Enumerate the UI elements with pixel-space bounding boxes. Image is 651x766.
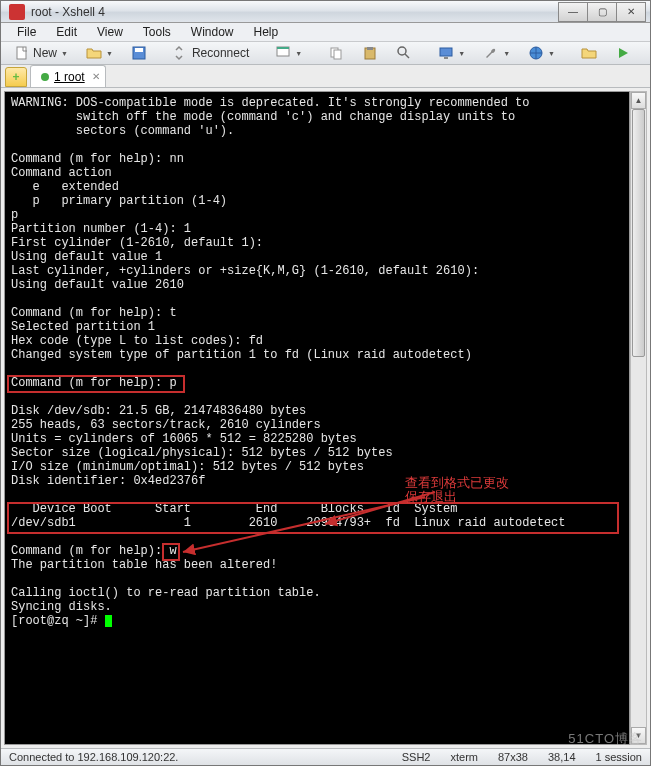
properties-icon [275, 45, 291, 61]
new-button[interactable]: New ▼ [7, 42, 75, 64]
lock-button[interactable] [642, 42, 651, 64]
wrench-icon [483, 45, 499, 61]
terminal[interactable]: WARNING: DOS-compatible mode is deprecat… [4, 91, 630, 745]
window-controls: — ▢ ✕ [559, 2, 646, 22]
tab-label: 1 root [54, 70, 85, 84]
scroll-up-button[interactable]: ▲ [631, 92, 646, 109]
open-button[interactable]: ▼ [79, 42, 120, 64]
tools-button[interactable]: ▼ [476, 42, 517, 64]
save-button[interactable] [124, 42, 154, 64]
status-dot-icon [41, 73, 49, 81]
paste-button[interactable] [355, 42, 385, 64]
dropdown-icon: ▼ [503, 50, 510, 57]
status-connection: Connected to 192.168.109.120:22. [9, 751, 178, 763]
application-window: root - Xshell 4 — ▢ ✕ File Edit View Too… [0, 0, 651, 766]
status-term: xterm [451, 751, 479, 763]
monitor-icon [438, 45, 454, 61]
scroll-thumb[interactable] [632, 109, 645, 356]
reconnect-button[interactable]: Reconnect [166, 42, 256, 64]
window-title: root - Xshell 4 [31, 5, 559, 19]
tabbar: + 1 root ✕ [1, 65, 650, 88]
dropdown-icon: ▼ [295, 50, 302, 57]
svg-rect-6 [334, 50, 341, 59]
reconnect-label: Reconnect [192, 46, 249, 60]
plus-icon: + [12, 70, 19, 84]
status-size: 87x38 [498, 751, 528, 763]
svg-rect-8 [367, 47, 373, 50]
copy-button[interactable] [321, 42, 351, 64]
dropdown-icon: ▼ [548, 50, 555, 57]
menu-help[interactable]: Help [246, 23, 287, 41]
paste-icon [362, 45, 378, 61]
play-icon [615, 45, 631, 61]
menu-edit[interactable]: Edit [48, 23, 85, 41]
svg-rect-11 [444, 57, 448, 59]
folder-open-icon [86, 45, 102, 61]
run-button[interactable] [608, 42, 638, 64]
find-button[interactable] [389, 42, 419, 64]
toolbar: New ▼ ▼ Reconnect ▼ [1, 42, 650, 65]
folder-button[interactable] [574, 42, 604, 64]
close-button[interactable]: ✕ [616, 2, 646, 22]
tab-session[interactable]: 1 root ✕ [30, 65, 106, 87]
dropdown-icon: ▼ [61, 50, 68, 57]
dropdown-icon: ▼ [458, 50, 465, 57]
svg-rect-2 [135, 48, 143, 52]
menu-tools[interactable]: Tools [135, 23, 179, 41]
maximize-button[interactable]: ▢ [587, 2, 617, 22]
new-label: New [33, 46, 57, 60]
terminal-cursor [105, 615, 112, 627]
save-icon [131, 45, 147, 61]
svg-point-9 [398, 47, 406, 55]
tab-close-icon[interactable]: ✕ [92, 71, 100, 82]
menubar: File Edit View Tools Window Help [1, 23, 650, 42]
svg-rect-4 [277, 47, 289, 49]
statusbar: Connected to 192.168.109.120:22. SSH2 xt… [1, 748, 650, 765]
menu-window[interactable]: Window [183, 23, 242, 41]
globe-button[interactable]: ▼ [521, 42, 562, 64]
titlebar: root - Xshell 4 — ▢ ✕ [1, 1, 650, 23]
new-icon [14, 45, 30, 61]
terminal-area: WARNING: DOS-compatible mode is deprecat… [1, 88, 650, 748]
tab-add-button[interactable]: + [5, 67, 27, 87]
folder-icon [581, 45, 597, 61]
copy-icon [328, 45, 344, 61]
globe-icon [528, 45, 544, 61]
svg-rect-0 [17, 47, 26, 59]
screen-button[interactable]: ▼ [431, 42, 472, 64]
menu-file[interactable]: File [9, 23, 44, 41]
watermark: 51CTO博客 [568, 730, 643, 748]
status-pos: 38,14 [548, 751, 576, 763]
vertical-scrollbar[interactable]: ▲ ▼ [630, 91, 647, 745]
menu-view[interactable]: View [89, 23, 131, 41]
status-protocol: SSH2 [402, 751, 431, 763]
search-icon [396, 45, 412, 61]
minimize-button[interactable]: — [558, 2, 588, 22]
svg-rect-10 [440, 48, 452, 56]
app-icon [9, 4, 25, 20]
scroll-track[interactable] [631, 109, 646, 727]
status-sessions: 1 session [596, 751, 642, 763]
properties-button[interactable]: ▼ [268, 42, 309, 64]
dropdown-icon: ▼ [106, 50, 113, 57]
reconnect-icon [173, 45, 189, 61]
